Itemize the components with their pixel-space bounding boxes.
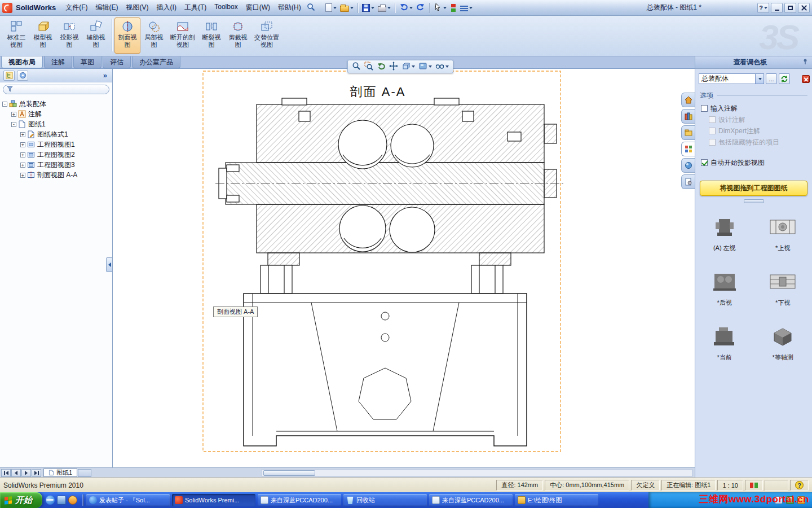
menu-tools[interactable]: 工具(T)	[180, 1, 210, 14]
ribbon-button-section-view[interactable]: 剖面视图	[114, 17, 140, 54]
propertymanager-tab[interactable]	[17, 71, 28, 81]
last-sheet-button[interactable]	[32, 469, 41, 477]
tab-office-products[interactable]: 办公室产品	[132, 56, 180, 68]
help-button[interactable]: ?	[757, 3, 769, 13]
thumbnail-bottom-view[interactable]: *下视	[766, 269, 800, 307]
tab-annotation[interactable]: 注解	[44, 56, 72, 68]
pin-icon[interactable]	[802, 58, 809, 67]
tree-item-sheet-format1[interactable]: + 图纸格式1	[0, 129, 112, 139]
checkbox-import-annotations[interactable]: 输入注解	[701, 104, 812, 113]
task-pccad-document-2[interactable]: 来自深蓝PCCAD200...	[429, 494, 513, 506]
tree-expander[interactable]: +	[20, 132, 25, 137]
view-palette-tab[interactable]	[681, 142, 695, 156]
model-selector-dropdown[interactable]: 总装配体	[699, 73, 764, 84]
task-pccad-document-1[interactable]: 来自深蓝PCCAD200...	[258, 494, 341, 506]
tab-sketch[interactable]: 草图	[73, 56, 102, 68]
menu-insert[interactable]: 插入(I)	[153, 1, 180, 14]
zoom-to-area-button[interactable]	[363, 61, 374, 72]
ribbon-button-model-view[interactable]: 模型视图	[30, 17, 56, 54]
menu-edit[interactable]: 编辑(E)	[92, 1, 122, 14]
horizontal-scrollbar[interactable]	[262, 469, 692, 477]
menu-help[interactable]: 帮助(H)	[274, 1, 305, 14]
tree-item-drawing-view2[interactable]: + 工程图视图2	[0, 150, 112, 160]
drawing-canvas[interactable]: 剖面 A-A 剖面视图 A-A	[113, 69, 695, 467]
task-forum-post[interactable]: 发表帖子 - 『Sol...	[86, 494, 170, 506]
ribbon-button-auxiliary-view[interactable]: 辅助视图	[83, 17, 109, 54]
tree-expander[interactable]: +	[20, 163, 25, 168]
checkbox-box[interactable]	[701, 159, 708, 166]
thumbnail-rear-view[interactable]: *后视	[708, 269, 742, 307]
options-button[interactable]	[458, 2, 474, 14]
start-button[interactable]: 开始	[0, 492, 42, 508]
previous-sheet-button[interactable]	[11, 469, 21, 477]
close-button[interactable]	[798, 3, 810, 13]
task-solidworks[interactable]: SolidWorks Premi...	[172, 494, 255, 506]
panel-expand-button[interactable]: »	[102, 71, 109, 80]
hide-show-items-button[interactable]	[434, 61, 450, 72]
next-sheet-button[interactable]	[21, 469, 31, 477]
refresh-button[interactable]	[779, 73, 790, 84]
display-style-button[interactable]	[417, 61, 433, 72]
tree-item-section-view-aa[interactable]: + 剖面视图 A-A	[0, 170, 112, 180]
quick-tips-icon[interactable]: ?	[795, 481, 804, 489]
search-button[interactable]	[305, 2, 317, 14]
scrollbar-thumb[interactable]	[263, 470, 315, 476]
pan-button[interactable]	[388, 61, 399, 72]
ribbon-button-crop-view[interactable]: 剪裁视图	[225, 17, 251, 54]
ribbon-button-break-view[interactable]: 断裂视图	[198, 17, 224, 54]
tree-expander[interactable]: -	[11, 122, 16, 127]
zoom-to-fit-button[interactable]	[351, 61, 362, 72]
select-button[interactable]	[432, 2, 448, 14]
close-palette-button[interactable]	[802, 75, 810, 83]
print-button[interactable]	[376, 2, 392, 14]
ribbon-button-standard-3-view[interactable]: 标准三视图	[3, 17, 29, 54]
first-sheet-button[interactable]	[1, 469, 11, 477]
tree-item-assembly[interactable]: - 总装配体	[0, 99, 112, 109]
ribbon-button-detail-view[interactable]: 局部视图	[141, 17, 167, 54]
tree-item-sheet1[interactable]: - 图纸1	[0, 119, 112, 129]
browse-button[interactable]: ...	[766, 73, 777, 84]
file-explorer-tab[interactable]	[681, 125, 695, 140]
tree-expander[interactable]: +	[20, 142, 25, 147]
design-library-tab[interactable]	[681, 109, 695, 124]
ribbon-button-alternate-position[interactable]: 交替位置视图	[251, 17, 282, 54]
palette-drag-handle[interactable]	[744, 199, 764, 203]
view-orientation-button[interactable]	[400, 61, 416, 72]
menu-toolbox[interactable]: Toolbox	[210, 1, 241, 14]
tab-view-layout[interactable]: 视图布局	[1, 56, 43, 68]
thumbnail-isometric-view[interactable]: *等轴测	[766, 324, 800, 362]
thumbnail-top-view[interactable]: *上视	[766, 214, 800, 252]
new-document-button[interactable]	[324, 2, 338, 14]
checkbox-box[interactable]	[701, 105, 708, 112]
quick-launch-browser-icon[interactable]	[46, 496, 55, 505]
minimize-button[interactable]	[771, 3, 783, 13]
checkbox-auto-start-projected-view[interactable]: 自动开始投影视图	[701, 158, 812, 167]
tree-expander[interactable]: +	[20, 152, 25, 157]
previous-view-button[interactable]	[376, 61, 387, 72]
tree-item-drawing-view3[interactable]: + 工程图视图3	[0, 160, 112, 170]
ribbon-button-broken-out-section[interactable]: 断开的剖视图	[167, 17, 198, 54]
panel-collapse-button[interactable]	[106, 257, 113, 272]
add-sheet-tab[interactable]	[78, 469, 91, 477]
appearances-tab[interactable]	[681, 158, 695, 173]
save-button[interactable]	[360, 2, 376, 14]
show-desktop-icon[interactable]	[57, 496, 66, 505]
sheet-tab-sheet1[interactable]: 图纸1	[43, 468, 77, 477]
thumbnail-current-view[interactable]: *当前	[708, 324, 742, 362]
featuremanager-tab[interactable]	[3, 71, 15, 81]
thumbnail-left-view[interactable]: (A) 左视	[708, 214, 742, 252]
maximize-button[interactable]	[784, 3, 796, 13]
ribbon-button-projected-view[interactable]: 投影视图	[56, 17, 82, 54]
custom-properties-tab[interactable]	[681, 174, 695, 189]
tree-expander[interactable]: -	[2, 102, 7, 107]
menu-window[interactable]: 窗口(W)	[242, 1, 274, 14]
tree-filter-field[interactable]	[3, 85, 109, 94]
menu-view[interactable]: 视图(V)	[122, 1, 153, 14]
resources-tab[interactable]	[681, 93, 695, 107]
task-recycle-bin[interactable]: 回收站	[343, 494, 427, 506]
tree-expander[interactable]: +	[20, 173, 25, 178]
rebuild-button[interactable]	[448, 2, 458, 14]
quick-launch-app-icon[interactable]	[68, 496, 77, 505]
menu-file[interactable]: 文件(F)	[61, 1, 91, 14]
tree-item-annotations[interactable]: + 注解	[0, 109, 112, 119]
